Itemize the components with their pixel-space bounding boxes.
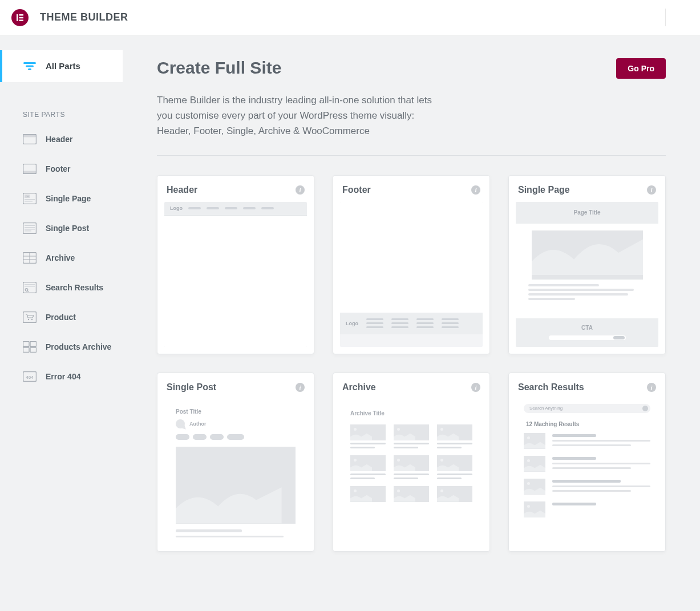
info-icon[interactable] (647, 185, 656, 195)
sidebar-item-header[interactable]: Header (0, 124, 123, 154)
svg-rect-25 (25, 284, 35, 285)
app-title: THEME BUILDER (40, 11, 128, 23)
sidebar-item-label: Products Archive (46, 342, 111, 352)
card-title: Single Page (518, 185, 570, 195)
svg-rect-1 (19, 14, 24, 16)
sidebar-item-single-post[interactable]: Single Post (0, 213, 123, 243)
sidebar-item-single-page[interactable]: Single Page (0, 184, 123, 213)
mock-archive-title: Archive Title (350, 410, 385, 416)
sidebar-item-all-parts[interactable]: All Parts (0, 50, 123, 82)
mock-cta: CTA (581, 325, 593, 331)
card-single-post[interactable]: Single Post Post Title Author (157, 373, 314, 552)
elementor-glyph-icon (16, 14, 24, 22)
single-post-mock: Post Title Author (164, 399, 307, 544)
sidebar-item-label: Product (46, 313, 76, 322)
header-icon (23, 133, 37, 145)
archive-icon (23, 252, 37, 264)
svg-rect-34 (23, 347, 30, 353)
card-footer[interactable]: Footer Logo (333, 175, 490, 354)
svg-rect-3 (19, 19, 24, 21)
archive-mock: Archive Title (340, 399, 483, 544)
topbar-divider (665, 9, 666, 26)
search-results-icon (23, 282, 37, 293)
card-search-results[interactable]: Search Results Search Anything 12 Machin… (508, 373, 666, 552)
svg-text:404: 404 (26, 375, 34, 380)
single-page-mock: Page Title (516, 202, 658, 347)
sidebar-item-archive[interactable]: Archive (0, 243, 123, 273)
sidebar-item-error-404[interactable]: 404 Error 404 (0, 362, 123, 391)
sidebar-item-footer[interactable]: Footer (0, 154, 123, 184)
sidebar-item-label: Error 404 (46, 372, 80, 382)
mock-logo-text: Logo (170, 205, 183, 211)
svg-rect-29 (23, 312, 37, 323)
page-description: Theme Builder is the industry leading al… (157, 92, 442, 139)
card-header[interactable]: Header Logo (157, 175, 314, 354)
svg-rect-24 (23, 282, 37, 293)
svg-rect-8 (23, 135, 37, 137)
products-archive-icon (23, 341, 37, 353)
svg-rect-26 (25, 286, 35, 287)
svg-rect-6 (28, 68, 31, 70)
card-title: Search Results (518, 382, 584, 393)
svg-rect-2 (19, 17, 24, 18)
info-icon[interactable] (471, 185, 480, 195)
cards-grid: Header Logo Footer (157, 175, 666, 552)
card-title: Header (167, 185, 197, 195)
svg-rect-4 (23, 62, 36, 64)
filter-icon (23, 60, 37, 72)
sidebar-item-label: Archive (46, 253, 75, 263)
svg-point-27 (25, 289, 28, 292)
svg-rect-33 (30, 342, 37, 347)
info-icon[interactable] (296, 383, 305, 392)
footer-icon (23, 163, 37, 175)
card-title: Footer (342, 185, 371, 195)
mock-author: Author (189, 421, 207, 427)
svg-rect-0 (17, 14, 18, 21)
search-results-mock: Search Anything 12 Maching Results (516, 399, 658, 544)
svg-rect-15 (23, 223, 37, 234)
svg-line-28 (27, 291, 29, 292)
elementor-logo-icon (11, 9, 29, 26)
footer-mock: Logo (340, 202, 483, 347)
svg-point-31 (31, 319, 33, 320)
card-single-page[interactable]: Single Page Page Title (508, 175, 666, 354)
sidebar-item-label: Single Post (46, 224, 89, 233)
card-archive[interactable]: Archive Archive Title (333, 373, 490, 552)
svg-rect-13 (25, 199, 35, 200)
mock-results-count: 12 Maching Results (526, 421, 648, 427)
info-icon[interactable] (647, 383, 656, 392)
main-content: Create Full Site Go Pro Theme Builder is… (123, 35, 700, 611)
svg-point-30 (28, 319, 29, 320)
info-icon[interactable] (471, 383, 480, 392)
sidebar-item-product[interactable]: Product (0, 302, 123, 332)
sidebar-item-search-results[interactable]: Search Results (0, 273, 123, 302)
go-pro-button[interactable]: Go Pro (616, 58, 666, 79)
svg-rect-10 (23, 171, 37, 174)
single-post-icon (23, 222, 37, 234)
sidebar-item-products-archive[interactable]: Products Archive (0, 332, 123, 362)
divider (157, 155, 666, 156)
sidebar-section-label: SITE PARTS (0, 99, 123, 124)
svg-rect-16 (25, 225, 35, 226)
top-bar: THEME BUILDER (0, 0, 700, 35)
card-title: Single Post (167, 382, 216, 393)
mock-post-title: Post Title (176, 408, 296, 415)
mock-logo-text: Logo (346, 321, 358, 326)
sidebar-item-label: Single Page (46, 194, 91, 204)
sidebar-item-label: Search Results (46, 283, 103, 293)
sidebar-item-label: Header (46, 135, 72, 144)
page-title: Create Full Site (157, 58, 281, 78)
header-mock: Logo (164, 202, 307, 347)
product-icon (23, 311, 37, 323)
sidebar: All Parts SITE PARTS Header Footer Singl… (0, 35, 123, 611)
svg-rect-19 (25, 230, 31, 232)
svg-rect-35 (30, 347, 37, 353)
svg-rect-5 (26, 66, 34, 67)
sidebar-item-label: All Parts (46, 61, 80, 71)
svg-rect-18 (25, 229, 35, 230)
info-icon[interactable] (296, 185, 305, 195)
error-404-icon: 404 (23, 371, 37, 382)
card-title: Archive (342, 382, 376, 393)
mock-page-title: Page Title (573, 209, 600, 216)
single-page-icon (23, 193, 37, 204)
